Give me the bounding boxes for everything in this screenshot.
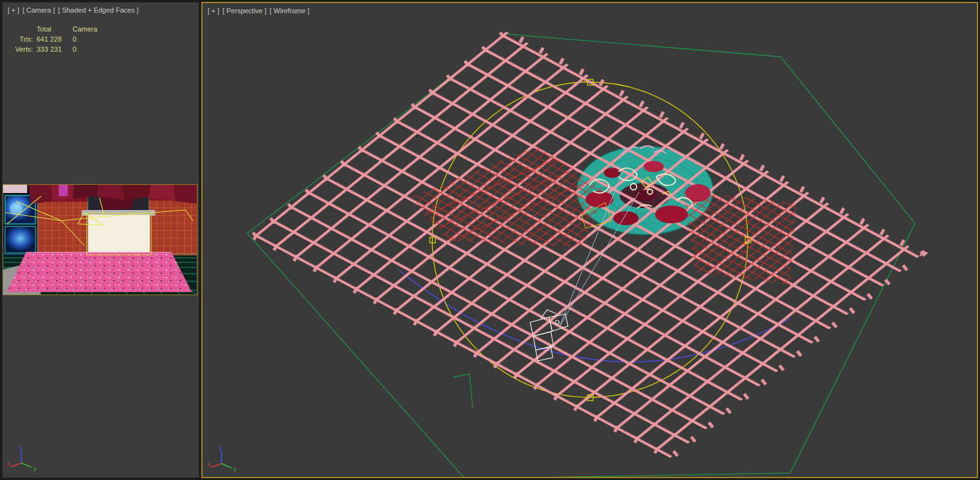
axis-x-label: x (7, 460, 10, 467)
axis-tripod: z x y (6, 444, 39, 473)
camera-viewport[interactable]: [ + ] [ Camera ] [ Shaded + Edged Faces … (2, 2, 199, 478)
perspective-viewport-canvas[interactable] (203, 3, 977, 477)
viewport-general-menu[interactable]: [ + ] (8, 6, 20, 14)
stats-col-camera: Camera (73, 24, 100, 34)
statistics-overlay: Total Camera Tris: 641 228 0 Verts: 333 … (11, 24, 100, 54)
axis-z-label: z (19, 445, 22, 451)
stats-spacer (11, 24, 37, 34)
viewport-pov-menu[interactable]: [ Perspective ] (223, 7, 267, 15)
stats-tris-camera: 0 (73, 34, 100, 44)
stats-tris-total: 641 228 (37, 34, 73, 44)
viewport-shading-menu[interactable]: [ Shaded + Edged Faces ] (58, 6, 139, 14)
stats-col-total: Total (37, 24, 73, 34)
perspective-viewport[interactable]: [ + ] [ Perspective ] [ Wireframe ] (201, 2, 978, 478)
projection-screen (81, 210, 155, 254)
camera-render-frame[interactable] (3, 184, 198, 295)
pink-lattice-grid[interactable] (254, 32, 923, 458)
viewport-pov-menu[interactable]: [ Camera ] (23, 6, 55, 14)
max-viewport-area: [ + ] [ Camera ] [ Shaded + Edged Faces … (0, 0, 980, 480)
axis-y-label: y (233, 466, 237, 472)
axis-y-label: y (33, 465, 37, 472)
stats-verts-label: Verts: (11, 44, 37, 54)
viewport-shading-menu[interactable]: [ Wireframe ] (269, 7, 309, 15)
camera-viewport-label: [ + ] [ Camera ] [ Shaded + Edged Faces … (8, 6, 139, 14)
axis-tripod: z x y (206, 445, 239, 474)
stats-verts-camera: 0 (73, 44, 100, 54)
stats-tris-label: Tris: (11, 34, 37, 44)
camera-preview-image (3, 185, 197, 295)
viewport-general-menu[interactable]: [ + ] (208, 7, 220, 15)
stats-verts-total: 333 231 (37, 44, 73, 54)
axis-z-label: z (219, 445, 222, 452)
pink-rug (7, 252, 192, 292)
axis-x-label: x (207, 461, 210, 467)
perspective-viewport-label: [ + ] [ Perspective ] [ Wireframe ] (208, 7, 309, 15)
